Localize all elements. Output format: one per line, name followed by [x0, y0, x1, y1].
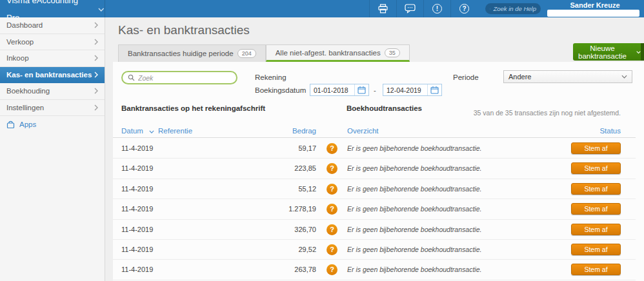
table-row: 11-4-2019223,85?Er is geen bijbehorende …	[113, 159, 636, 179]
tab-label: Banktransacties huidige periode	[128, 50, 234, 57]
row-amount: 223,85	[229, 164, 316, 172]
sidebar-item-label: Verkoop	[6, 38, 94, 46]
search-field[interactable]	[121, 71, 237, 84]
row-amount: 29,52	[229, 246, 316, 253]
search-icon	[128, 74, 135, 81]
help-search-input[interactable]: Zoek in de Help	[485, 3, 541, 14]
calendar-icon[interactable]	[427, 84, 441, 95]
tab-banktransacties-huidige-periode[interactable]: Banktransacties huidige periode 204	[118, 44, 266, 62]
tab-bar: Banktransacties huidige periode 204 Alle…	[118, 44, 410, 62]
right-section-title: Boekhoudtransacties	[347, 104, 422, 112]
date-from-input[interactable]	[310, 86, 354, 94]
row-date: 11-4-2019	[121, 205, 153, 213]
left-section-title: Banktransacties op het rekeningafschrift	[121, 104, 265, 112]
page-title: Kas- en banktransacties	[118, 23, 250, 37]
tab-count-badge: 35	[385, 48, 400, 57]
column-datum[interactable]: Datum	[121, 127, 143, 135]
sidebar-item-label: Dashboard	[6, 21, 94, 29]
sidebar-item-boekhouding[interactable]: Boekhouding	[0, 83, 105, 100]
content-panel: Rekening Boekingsdatum - Periode Andere	[113, 62, 644, 281]
chat-icon[interactable]	[396, 0, 423, 17]
help-icon[interactable]: ?	[450, 0, 478, 17]
search-input[interactable]	[138, 74, 228, 82]
reconcile-summary: 35 van de 35 transacties zijn nog niet a…	[474, 109, 621, 117]
chevron-right-icon	[94, 104, 98, 111]
question-badge-icon: ?	[327, 264, 337, 275]
stem-af-button[interactable]: Stem af	[571, 162, 621, 174]
table-row: 11-4-2019263,78?Er is geen bijbehorende …	[113, 260, 636, 280]
row-overview: Er is geen bijbehorende boekhoudtransact…	[347, 205, 481, 213]
row-overview: Er is geen bijbehorende boekhoudtransact…	[347, 226, 481, 233]
stem-af-button[interactable]: Stem af	[571, 183, 621, 195]
chevron-right-icon	[94, 88, 98, 94]
date-range-separator: -	[374, 86, 376, 94]
stem-af-button[interactable]: Stem af	[571, 224, 621, 235]
chevron-right-icon	[94, 55, 98, 61]
chevron-down-icon	[636, 50, 641, 54]
chevron-down-icon	[98, 8, 105, 12]
row-date: 11-4-2019	[121, 164, 153, 172]
periode-value: Andere	[508, 73, 531, 81]
row-overview: Er is geen bijbehorende boekhoudtransact…	[347, 266, 481, 273]
app-logo[interactable]: Visma eAccounting Pro	[0, 0, 105, 17]
table-row: 11-4-201929,52?Er is geen bijbehorende b…	[113, 240, 636, 260]
tab-alle-niet-afgest-banktransacties[interactable]: Alle niet-afgest. banktransacties 35	[266, 44, 410, 62]
row-amount: 1.278,19	[229, 205, 316, 213]
question-badge-icon: ?	[327, 143, 337, 154]
question-badge-icon: ?	[327, 184, 337, 195]
sidebar-item-dashboard[interactable]: Dashboard	[0, 17, 105, 34]
transaction-list: 11-4-201959,17?Er is geen bijbehorende b…	[113, 139, 636, 280]
row-overview: Er is geen bijbehorende boekhoudtransact…	[347, 164, 481, 172]
date-from-field[interactable]	[310, 84, 369, 96]
date-to-field[interactable]	[383, 84, 442, 96]
stem-af-button[interactable]: Stem af	[571, 244, 621, 255]
sidebar: DashboardVerkoopInkoopKas- en banktransa…	[0, 17, 105, 281]
sidebar-item-label: Inkoop	[6, 54, 94, 62]
stem-af-button[interactable]: Stem af	[571, 203, 621, 215]
chevron-right-icon	[94, 72, 98, 78]
row-amount: 55,12	[229, 185, 316, 193]
column-referentie[interactable]: Referentie	[158, 127, 192, 135]
row-amount: 59,17	[229, 144, 316, 152]
sidebar-item-instellingen[interactable]: Instellingen	[0, 100, 105, 117]
stem-af-button[interactable]: Stem af	[571, 264, 621, 275]
date-to-input[interactable]	[383, 86, 427, 94]
question-badge-icon: ?	[327, 204, 337, 215]
column-overzicht[interactable]: Overzicht	[347, 127, 379, 135]
search-icon	[490, 6, 490, 12]
stem-af-button[interactable]: Stem af	[571, 142, 621, 154]
tab-count-badge: 204	[237, 49, 256, 58]
row-amount: 326,70	[229, 226, 316, 233]
row-overview: Er is geen bijbehorende boekhoudtransact…	[347, 185, 481, 193]
periode-select[interactable]: Andere	[503, 70, 632, 83]
chevron-down-icon	[621, 75, 627, 79]
alert-icon[interactable]: !	[423, 0, 450, 17]
printer-icon[interactable]	[369, 0, 396, 17]
row-date: 11-4-2019	[121, 266, 153, 273]
sidebar-item-apps[interactable]: Apps	[0, 116, 105, 133]
sidebar-item-verkoop[interactable]: Verkoop	[0, 34, 105, 51]
company-selector[interactable]	[547, 10, 639, 17]
row-date: 11-4-2019	[121, 246, 153, 253]
table-row: 11-4-2019326,70?Er is geen bijbehorende …	[113, 220, 636, 240]
sidebar-item-inkoop[interactable]: Inkoop	[0, 50, 105, 67]
table-row: 11-4-201955,12?Er is geen bijbehorende b…	[113, 179, 636, 199]
calendar-icon[interactable]	[354, 84, 368, 95]
question-badge-icon: ?	[327, 163, 337, 174]
question-badge-icon: ?	[327, 244, 337, 255]
table-row: 11-4-201959,17?Er is geen bijbehorende b…	[113, 139, 636, 159]
sidebar-item-label: Apps	[19, 121, 36, 128]
new-bank-transaction-button[interactable]: Nieuwe banktransactie	[573, 43, 641, 61]
table-row: 11-4-20191.278,19?Er is geen bijbehorend…	[113, 199, 636, 219]
table-header: Datum Referentie Bedrag Overzicht Status	[113, 125, 636, 138]
user-menu[interactable]: Sander Kreuze	[547, 0, 644, 17]
column-bedrag[interactable]: Bedrag	[229, 127, 316, 135]
top-bar: Visma eAccounting Pro ! ? Zoek in de Hel…	[0, 0, 644, 17]
new-bank-transaction-button-cap[interactable]	[641, 43, 644, 61]
column-status[interactable]: Status	[571, 127, 621, 135]
row-date: 11-4-2019	[121, 144, 153, 152]
sort-descending-icon[interactable]	[149, 130, 154, 133]
sidebar-item-kas-en-banktransacties[interactable]: Kas- en banktransacties	[0, 67, 105, 84]
row-overview: Er is geen bijbehorende boekhoudtransact…	[347, 144, 481, 152]
row-overview: Er is geen bijbehorende boekhoudtransact…	[347, 246, 481, 253]
